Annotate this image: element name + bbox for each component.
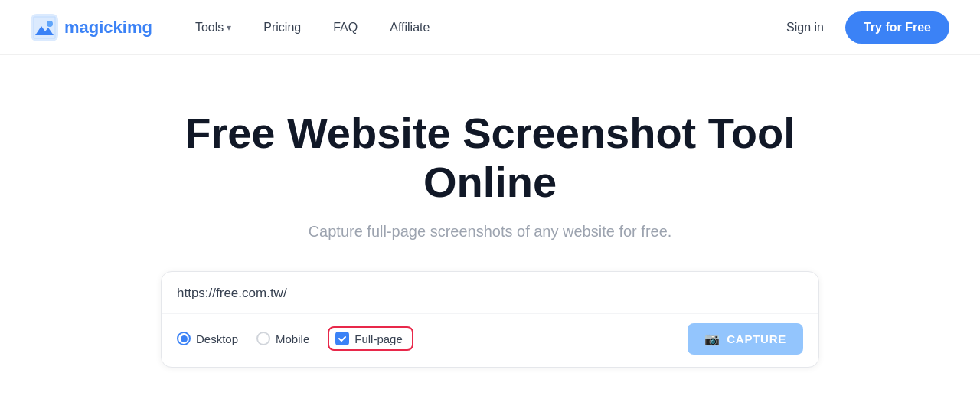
fullpage-option[interactable]: Full-page — [328, 326, 413, 351]
logo-text: magickimg — [64, 18, 152, 38]
mobile-radio[interactable] — [256, 332, 270, 345]
capture-button[interactable]: 📷 CAPTURE — [688, 323, 803, 355]
svg-rect-0 — [31, 14, 58, 41]
nav-pricing[interactable]: Pricing — [251, 15, 313, 41]
url-input[interactable] — [177, 286, 803, 301]
sign-in-button[interactable]: Sign in — [777, 15, 833, 41]
hero-title: Free Website Screenshot Tool Online — [145, 109, 835, 208]
try-free-button[interactable]: Try for Free — [845, 11, 949, 44]
tools-chevron-icon: ▾ — [227, 22, 231, 33]
nav-tools[interactable]: Tools ▾ — [183, 15, 243, 41]
nav-links: Tools ▾ Pricing FAQ Affiliate — [183, 15, 777, 41]
url-input-box: Desktop Mobile Full-page 📷 CAP — [161, 271, 819, 368]
nav-actions: Sign in Try for Free — [777, 11, 949, 44]
desktop-radio[interactable] — [177, 332, 191, 345]
hero-section: Free Website Screenshot Tool Online Capt… — [0, 55, 980, 409]
logo[interactable]: magickimg — [31, 14, 152, 41]
logo-icon — [31, 14, 58, 41]
svg-point-1 — [47, 21, 53, 27]
url-options-row: Desktop Mobile Full-page 📷 CAP — [162, 313, 818, 367]
nav-affiliate[interactable]: Affiliate — [377, 15, 442, 41]
hero-subtitle: Capture full-page screenshots of any web… — [309, 223, 672, 240]
fullpage-checkbox[interactable] — [335, 332, 349, 345]
camera-icon: 📷 — [704, 332, 720, 346]
desktop-option[interactable]: Desktop — [177, 332, 238, 345]
checkmark-icon — [338, 334, 347, 343]
url-input-row — [162, 272, 818, 313]
mobile-option[interactable]: Mobile — [256, 332, 309, 345]
nav-faq[interactable]: FAQ — [321, 15, 370, 41]
navbar: magickimg Tools ▾ Pricing FAQ Affiliate … — [0, 0, 980, 55]
